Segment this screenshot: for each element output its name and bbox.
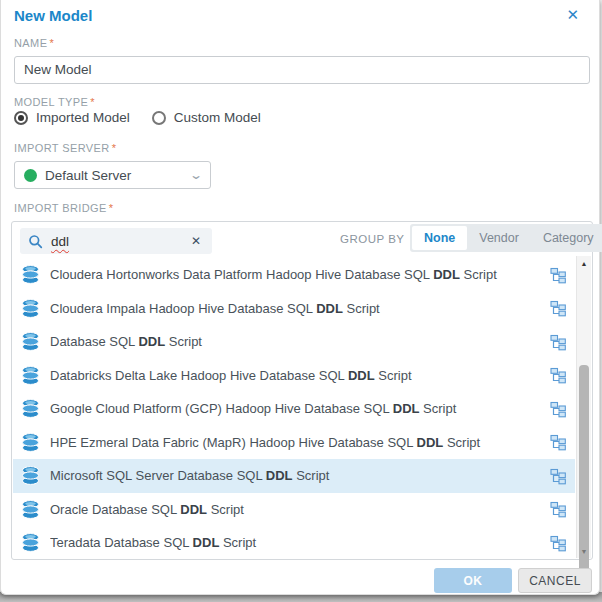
bridge-list-item[interactable]: HPE Ezmeral Data Fabric (MapR) Hadoop Hi… [13,426,575,460]
database-icon [21,466,40,485]
model-tree-icon[interactable] [549,500,567,518]
import-server-value: Default Server [45,168,191,183]
chevron-down-icon: ⌄ [189,168,203,182]
imported-model-label[interactable]: Imported Model [36,110,130,125]
model-type-options: Imported Model Custom Model [14,110,261,125]
bridge-list-item[interactable]: Databricks Delta Lake Hadoop Hive Databa… [13,359,575,393]
database-icon [21,299,40,318]
new-model-dialog: New Model ✕ NAME* New Model MODEL TYPE* … [0,0,600,595]
bridge-list: Cloudera Hortonworks Data Platform Hadoo… [13,258,575,558]
server-status-icon [24,169,37,182]
bridge-list-item[interactable]: Oracle Database SQL DDL Script [13,493,575,527]
model-tree-icon[interactable] [549,299,567,317]
dialog-title: New Model [14,7,92,24]
import-bridge-panel: ddl ✕ GROUP BY None Vendor Category Clou… [11,221,593,560]
bridge-search-input[interactable]: ddl ✕ [20,228,212,254]
group-by-none-button[interactable]: None [412,226,467,250]
custom-model-radio[interactable] [152,111,166,125]
import-server-select[interactable]: Default Server ⌄ [14,161,211,189]
import-server-label: IMPORT SERVER* [14,142,116,154]
name-label: NAME* [14,37,54,49]
close-icon[interactable]: ✕ [566,6,579,24]
database-icon [21,433,40,452]
group-by-category-button[interactable]: Category [531,226,602,250]
custom-model-label[interactable]: Custom Model [174,110,261,125]
model-type-label: MODEL TYPE* [14,96,95,108]
ok-button[interactable]: OK [434,568,512,593]
database-icon [21,265,40,284]
bridge-list-item[interactable]: Cloudera Hortonworks Data Platform Hadoo… [13,258,575,292]
required-asterisk: * [109,202,114,214]
imported-model-radio[interactable] [14,111,28,125]
model-tree-icon[interactable] [549,467,567,485]
scroll-down-icon[interactable]: ▼ [577,548,591,555]
database-icon [21,500,40,519]
group-by-label: GROUP BY [340,233,405,245]
group-by-segmented-control: None Vendor Category [410,224,602,252]
clear-search-icon[interactable]: ✕ [191,234,201,248]
scrollbar-thumb[interactable] [579,365,589,575]
search-query-text: ddl [51,234,191,249]
list-scrollbar[interactable]: ▲ ▼ [576,256,591,558]
model-tree-icon[interactable] [549,534,567,552]
bridge-list-item[interactable]: Google Cloud Platform (GCP) Hadoop Hive … [13,392,575,426]
required-asterisk: * [49,37,54,49]
required-asterisk: * [112,142,117,154]
import-bridge-label: IMPORT BRIDGE* [14,202,114,214]
database-icon [21,366,40,385]
bridge-list-item[interactable]: Teradata Database SQL DDL Script [13,526,575,558]
bridge-list-item[interactable]: Database SQL DDL Script [13,325,575,359]
model-tree-icon[interactable] [549,400,567,418]
database-icon [21,332,40,351]
search-icon [28,234,43,249]
model-tree-icon[interactable] [549,366,567,384]
model-tree-icon[interactable] [549,266,567,284]
bridge-list-item[interactable]: Microsoft SQL Server Database SQL DDL Sc… [13,459,575,493]
group-by-vendor-button[interactable]: Vendor [467,226,531,250]
scroll-up-icon[interactable]: ▲ [577,260,591,267]
database-icon [21,533,40,552]
required-asterisk: * [90,96,95,108]
name-input[interactable]: New Model [14,56,590,84]
database-icon [21,399,40,418]
cancel-button[interactable]: CANCEL [518,568,592,593]
model-tree-icon[interactable] [549,333,567,351]
bridge-list-item[interactable]: Cloudera Impala Hadoop Hive Database SQL… [13,292,575,326]
model-tree-icon[interactable] [549,433,567,451]
